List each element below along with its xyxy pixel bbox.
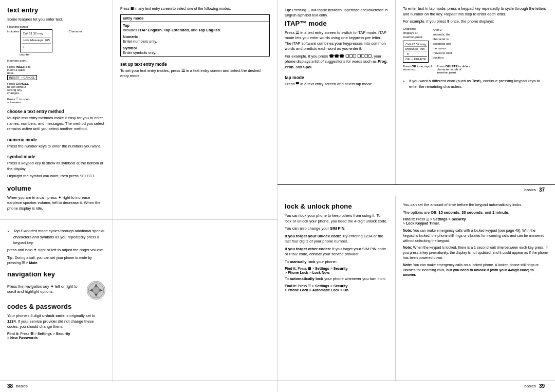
setup-mode-text: To set your text entry modes, press ☰ in… <box>120 68 270 79</box>
tap-row-header: Tap <box>121 22 269 28</box>
set-amount-text: You can set the amount of time before th… <box>403 202 548 208</box>
different-word-item: If you want a different word (such as Te… <box>409 78 548 90</box>
page-number-row-37: basics 37 <box>278 184 555 196</box>
press-insert-label: Press INSERT toinsert a quicknote. <box>7 65 82 74</box>
symbol-mode-text: Press a keypad key to show its symbols a… <box>7 161 105 172</box>
entry-mode-header: entry mode <box>121 14 270 22</box>
insert-btn-label: INSERT <box>9 76 20 79</box>
note-keypad-locked-wait: Note: When the keypad is locked, there i… <box>403 245 548 260</box>
find-it-passwords: Find it: Press ☰ > Settings > Security> … <box>7 332 105 340</box>
find-it-lock-now: Find it: Press ☰ > Settings > Security> … <box>285 267 388 274</box>
note-emergency-locked-2: Note: You can make emergency calls on a … <box>403 263 548 277</box>
codes-passwords-text: Your phone's 4-digit unlock code is orig… <box>7 313 105 330</box>
cancel-btn-label: ▪ CANCEL <box>22 76 35 79</box>
text-entry-title: text entry <box>7 6 105 14</box>
itap-text: Press ☰ in a text entry screen to switch… <box>285 30 388 52</box>
page-num-37: 37 <box>539 187 545 193</box>
basics-label-39-left: basics <box>524 384 536 388</box>
choose-method-text: Multiple text entry methods make it easy… <box>7 116 105 132</box>
svg-point-1 <box>92 287 100 294</box>
press-menu-intro: Press ☰ in any text entry screen to sele… <box>120 6 270 11</box>
forget-other-text: If you forget other codes: If you forget… <box>285 247 388 257</box>
page-num-39: 39 <box>539 383 545 389</box>
flashing-cursor-label: Flashing cursor <box>7 25 28 28</box>
symbol-mode-title: symbol mode <box>7 154 105 159</box>
volume-title: volume <box>7 184 105 192</box>
phone-screen-tap: Call 47 52 msg Message 765 T| OK ▪ DELET… <box>403 41 429 63</box>
insertion-point-label: insertion point. <box>7 59 82 62</box>
manually-lock-label: To manually lock your phone: <box>285 259 388 265</box>
auto-lock-label: To automatically lock your phone wheneve… <box>285 276 388 282</box>
codes-passwords-title: codes & passwords <box>7 303 105 310</box>
lock-unlock-title: lock & unlock phone <box>285 202 388 210</box>
text-entry-intro: Some features let you enter text. <box>7 17 105 23</box>
choose-method-title: choose a text entry method <box>7 109 105 114</box>
nav-key-text: Press the navigation key ✦ left or right… <box>7 284 83 295</box>
find-it-keypad-timer: Find it: Press ☰ > Settings > Security> … <box>403 217 548 225</box>
volume-cont-text: press and hold ✦ right or left to adjust… <box>7 248 105 253</box>
insert-cancel-box: INSERT ▪ CANCEL <box>7 75 37 80</box>
text-entry-diagram: Flashing cursor indicates Call 31 32 msg… <box>7 25 105 104</box>
itap-title: iTAP™ mode <box>285 20 388 27</box>
note-emergency-locked: Note: You can make emergency calls with … <box>403 228 548 243</box>
numeric-mode-title: numeric mode <box>7 137 105 142</box>
example-press-8: For example, if you press 8 once, the ph… <box>403 19 548 25</box>
numeric-mode-text: Press the number keys to enter the numbe… <box>7 144 105 150</box>
tap-row-desc: Includes iTAP English, Tap Extended, and… <box>121 28 269 33</box>
tap-enter-intro: To enter text in tap mode, press a keypa… <box>403 6 548 17</box>
page-label-38: basics <box>16 384 28 388</box>
page-number-row-39: basics 39 <box>278 381 555 392</box>
char-displays-label: Characterdisplays atinsertion point. <box>403 27 423 39</box>
different-word-list: If you want a different word (such as Te… <box>409 78 548 90</box>
tip-toggle: Tip: Pressing ☰ will toggle between uppe… <box>285 8 388 18</box>
nav-key-title: navigation key <box>7 270 105 278</box>
numeric-row-desc: Enter numbers only. <box>121 39 269 45</box>
lock-unlock-text: You can lock your phone to keep others f… <box>285 213 388 224</box>
symbol-row-desc: Enter symbols only. <box>121 50 269 56</box>
setup-mode-title: set up text entry mode <box>120 62 270 67</box>
also-change-sim: You can also change your SIM PIN. <box>285 226 388 232</box>
symbol-row-header: Symbol <box>121 45 269 50</box>
page-num-38: 38 <box>7 383 13 389</box>
after-2-label: After 2seconds, thecharacter isaccepted … <box>433 28 452 59</box>
tap-extended-list: Tap Extended mode cycles through additio… <box>13 228 105 246</box>
page-number-row-left: 38 basics <box>0 381 277 392</box>
tap-mode-text: Press ☰ in a text entry screen and selec… <box>285 82 388 87</box>
nav-key-icon <box>87 281 105 300</box>
basics-label-37-left: basics <box>524 188 536 192</box>
indicates-label: indicates <box>7 30 20 33</box>
tap-screen-examples: Characterdisplays atinsertion point. Cal… <box>403 27 548 63</box>
tap-mode-title: tap mode <box>285 75 388 80</box>
press-cancel-label: Press CANCELto exit withoutsaving anycha… <box>7 82 82 95</box>
entry-mode-table: entry mode Tap Includes iTAP English, Ta… <box>120 14 270 57</box>
press-ok-label: Press OK to accept &store text. <box>403 65 433 74</box>
itap-example: For example, if you press ☎☎☎ ☐☐☐ ☐☐☐☐, … <box>285 54 388 70</box>
tip-mute: Tip: During a call, you can set your pho… <box>7 255 105 266</box>
press-delete-label: Press DELETE to deletecharacter to left … <box>437 65 470 74</box>
symbol-mode-text2: Highlight the symbol you want, then pres… <box>7 174 105 179</box>
phone-screen-1: Call 31 32 msg nave Message 765 | <box>20 29 52 52</box>
numeric-row-header: Numeric <box>121 33 269 39</box>
press-submenu-label: Press ☰ to opensub-menu. <box>7 97 82 104</box>
forget-unlock-text: If you forget your unlock code: Try ente… <box>285 234 388 245</box>
options-text: The options are Off, 15 seconds, 30 seco… <box>403 210 548 216</box>
find-it-auto-lock: Find it: Press ☰ > Settings > Security> … <box>285 284 388 292</box>
volume-text: When you are in a call, press ✦ right to… <box>7 195 105 212</box>
tap-extended-item: Tap Extended mode cycles through additio… <box>13 228 105 246</box>
